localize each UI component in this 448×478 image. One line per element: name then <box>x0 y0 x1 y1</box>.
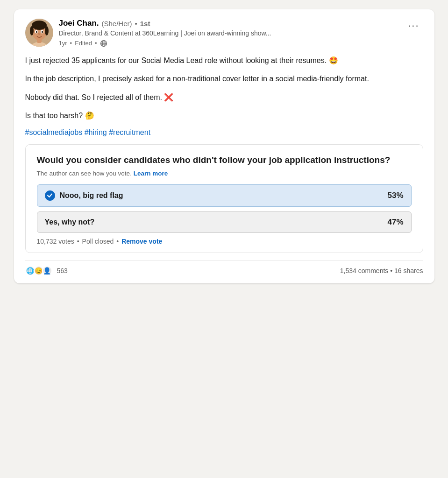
poll-footer-dot1: • <box>77 238 79 245</box>
poll-footer: 10,732 votes • Poll closed • Remove vote <box>37 238 412 245</box>
reaction-count: 563 <box>57 267 68 274</box>
reactions-row: 🌐 😊 👤 563 1,534 comments • 16 shares <box>25 260 423 276</box>
svg-point-9 <box>36 31 37 33</box>
reactions-left: 🌐 😊 👤 563 <box>25 266 68 276</box>
shares-count[interactable]: 16 shares <box>394 267 423 274</box>
poll-option-1-left: Nooo, big red flag <box>45 190 123 201</box>
poll-footer-dot2: • <box>116 238 119 245</box>
post-card: Joei Chan. (She/Her) • 1st Director, Bra… <box>14 9 434 283</box>
poll-option-2-label: Yes, why not? <box>45 218 95 226</box>
meta-dot: • <box>70 40 72 47</box>
post-time: 1yr <box>59 40 67 47</box>
comments-count[interactable]: 1,534 comments <box>340 267 389 274</box>
post-header-left: Joei Chan. (She/Her) • 1st Director, Bra… <box>25 19 271 47</box>
avatar[interactable] <box>25 19 53 47</box>
learn-more-link[interactable]: Learn more <box>134 170 168 177</box>
author-title[interactable]: Director, Brand & Content at 360Learning… <box>59 29 271 38</box>
poll-container: Would you consider candidates who didn't… <box>25 144 423 253</box>
poll-notice-text: The author can see how you vote. <box>37 170 132 177</box>
svg-point-4 <box>32 21 47 30</box>
author-name-row: Joei Chan. (She/Her) • 1st <box>59 19 271 28</box>
poll-option-2[interactable]: Yes, why not? 47% <box>37 211 412 233</box>
svg-point-5 <box>30 26 34 35</box>
post-meta: 1yr • Edited • <box>59 40 271 47</box>
author-info: Joei Chan. (She/Her) • 1st Director, Bra… <box>59 19 271 47</box>
reaction-emojis: 🌐 😊 👤 <box>25 266 52 276</box>
post-paragraph-4: Is that too harsh? 🤔 <box>25 110 423 122</box>
post-paragraph-2: In the job description, I precisely aske… <box>25 73 423 85</box>
author-name[interactable]: Joei Chan. <box>59 19 99 28</box>
more-options-button[interactable]: ··· <box>404 19 423 33</box>
meta-dot2: • <box>95 40 97 47</box>
poll-votes: 10,732 votes <box>37 238 74 245</box>
post-header: Joei Chan. (She/Her) • 1st Director, Bra… <box>25 19 423 47</box>
post-content: I just rejected 35 applicants for our So… <box>25 55 423 122</box>
hashtags[interactable]: #socialmediajobs #hiring #recruitment <box>25 128 423 137</box>
reaction-emoji-3: 👤 <box>42 266 52 276</box>
poll-checkmark-icon <box>45 190 55 201</box>
reactions-dot: • <box>390 267 394 274</box>
poll-status: Poll closed <box>82 238 114 245</box>
remove-vote-link[interactable]: Remove vote <box>121 238 162 245</box>
globe-icon <box>100 40 107 47</box>
poll-notice: The author can see how you vote. Learn m… <box>37 170 412 177</box>
author-connection: 1st <box>140 20 150 28</box>
post-paragraph-1: I just rejected 35 applicants for our So… <box>25 55 423 67</box>
poll-option-1[interactable]: Nooo, big red flag 53% <box>37 184 412 207</box>
svg-point-6 <box>45 26 49 35</box>
svg-point-10 <box>41 31 43 33</box>
author-pronouns: (She/Her) <box>101 20 132 28</box>
poll-option-1-percentage: 53% <box>387 191 403 200</box>
poll-question: Would you consider candidates who didn't… <box>37 154 412 166</box>
poll-option-2-percentage: 47% <box>387 218 403 227</box>
reactions-right: 1,534 comments • 16 shares <box>340 267 423 274</box>
post-paragraph-3: Nobody did that. So I rejected all of th… <box>25 91 423 104</box>
separator: • <box>135 20 137 28</box>
poll-option-2-left: Yes, why not? <box>45 218 95 226</box>
post-edited: Edited <box>75 40 92 47</box>
poll-option-1-label: Nooo, big red flag <box>60 191 123 200</box>
